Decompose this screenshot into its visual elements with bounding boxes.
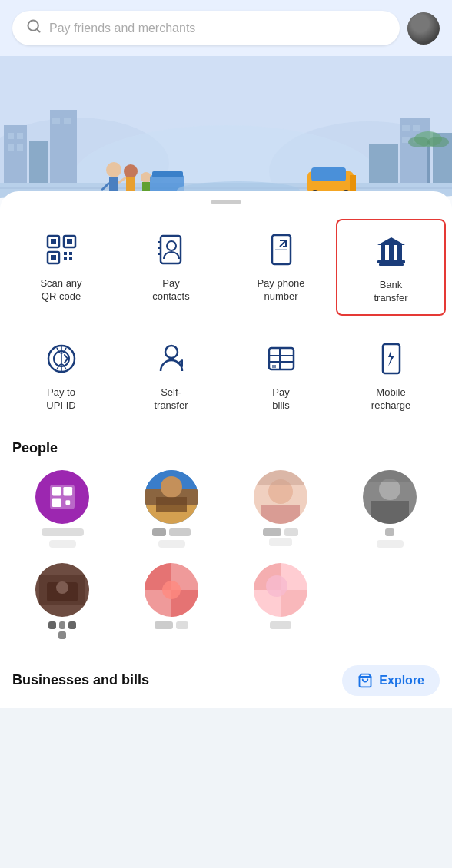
search-icon <box>26 18 42 38</box>
svg-rect-107 <box>281 590 307 617</box>
avatar[interactable] <box>407 12 440 45</box>
svg-point-72 <box>165 346 178 358</box>
svg-rect-9 <box>8 144 14 151</box>
person-item-8 <box>337 558 443 644</box>
svg-point-25 <box>427 137 449 147</box>
person-avatar-5 <box>35 563 89 617</box>
svg-rect-95 <box>371 501 409 524</box>
svg-rect-16 <box>402 125 410 131</box>
svg-marker-64 <box>377 237 405 245</box>
person-item-1[interactable] <box>9 465 115 552</box>
svg-rect-41 <box>311 167 346 181</box>
person-avatar-6 <box>145 563 198 617</box>
action-bank-transfer-label: Banktransfer <box>374 279 407 305</box>
svg-rect-69 <box>379 263 404 266</box>
explore-label: Explore <box>379 674 424 687</box>
svg-rect-77 <box>272 365 276 368</box>
person-item-2[interactable] <box>118 465 224 552</box>
svg-rect-88 <box>156 497 187 512</box>
search-placeholder-text: Pay friends and merchants <box>49 22 195 35</box>
search-bar[interactable]: Pay friends and merchants <box>12 11 400 45</box>
svg-point-100 <box>56 581 68 594</box>
person-avatar-1 <box>35 470 89 524</box>
explore-button[interactable]: Explore <box>342 665 440 696</box>
qr-icon <box>40 228 83 271</box>
bank-icon <box>370 230 413 273</box>
action-scan-qr[interactable]: Scan anyQR code <box>6 219 116 316</box>
person-item-4[interactable] <box>337 465 443 552</box>
person-name-bar2-1 <box>49 540 76 548</box>
action-scan-qr-label: Scan anyQR code <box>40 277 81 303</box>
svg-line-1 <box>37 29 40 32</box>
svg-rect-49 <box>67 239 72 244</box>
main-card: Scan anyQR code Paycontacts <box>0 191 452 708</box>
svg-rect-67 <box>397 245 402 260</box>
svg-rect-44 <box>350 175 356 192</box>
action-bank-transfer[interactable]: Banktransfer <box>336 219 446 316</box>
contacts-icon <box>150 228 193 271</box>
svg-rect-17 <box>413 125 420 131</box>
svg-rect-55 <box>69 257 72 260</box>
svg-line-62 <box>280 240 286 247</box>
action-pay-contacts-label: Paycontacts <box>152 277 189 303</box>
action-pay-phone[interactable]: Pay phonenumber <box>226 219 336 316</box>
card-handle <box>211 200 241 204</box>
person-avatar-3 <box>254 470 307 524</box>
svg-rect-53 <box>69 252 72 255</box>
svg-rect-65 <box>381 245 385 260</box>
svg-rect-52 <box>64 252 67 255</box>
actions-grid-row1: Scan anyQR code Paycontacts <box>0 219 452 328</box>
svg-rect-66 <box>389 245 394 260</box>
svg-rect-82 <box>65 500 70 505</box>
person-name-bar2-4 <box>377 540 404 548</box>
person-item-5[interactable] <box>9 558 115 644</box>
bills-icon <box>260 337 303 380</box>
action-pay-bills[interactable]: Paybills <box>226 328 336 422</box>
svg-point-32 <box>124 164 138 178</box>
svg-point-24 <box>408 137 430 147</box>
hero-banner <box>0 56 452 210</box>
svg-rect-96 <box>363 470 417 482</box>
action-pay-contacts[interactable]: Paycontacts <box>116 219 226 316</box>
header: Pay friends and merchants <box>0 0 452 56</box>
svg-point-28 <box>106 162 121 177</box>
svg-rect-68 <box>377 260 405 263</box>
action-mobile-recharge-label: Mobilerecharge <box>371 386 410 412</box>
action-pay-upi-label: Pay toUPI ID <box>46 386 75 412</box>
svg-point-104 <box>162 581 181 599</box>
people-grid-row2 <box>0 558 452 644</box>
mobile-recharge-icon <box>370 337 413 380</box>
person-name-bar2-2 <box>158 540 185 548</box>
svg-point-108 <box>266 575 287 597</box>
svg-rect-91 <box>261 505 300 524</box>
svg-rect-79 <box>52 486 61 495</box>
svg-rect-47 <box>51 239 56 244</box>
person-name-bar-1 <box>42 528 84 536</box>
svg-point-94 <box>379 479 400 500</box>
person-avatar-4 <box>363 470 417 524</box>
self-transfer-icon <box>150 337 193 380</box>
action-mobile-recharge[interactable]: Mobilerecharge <box>336 328 446 422</box>
person-item-7[interactable] <box>228 558 334 644</box>
person-avatar-7 <box>254 563 307 617</box>
svg-rect-29 <box>109 177 118 192</box>
businesses-title: Businesses and bills <box>12 672 149 688</box>
svg-rect-80 <box>63 486 72 495</box>
action-pay-bills-label: Paybills <box>272 386 289 412</box>
person-item-6[interactable] <box>118 558 224 644</box>
businesses-section: Businesses and bills Explore <box>0 653 452 708</box>
svg-point-34 <box>141 172 151 183</box>
person-avatar-2 <box>145 470 198 524</box>
people-grid-row1 <box>0 465 452 552</box>
svg-point-57 <box>167 241 176 250</box>
svg-rect-92 <box>254 470 307 485</box>
svg-rect-7 <box>8 133 14 139</box>
action-pay-phone-label: Pay phonenumber <box>257 277 304 303</box>
phone-pay-icon <box>260 228 303 271</box>
svg-rect-8 <box>17 133 23 139</box>
svg-rect-51 <box>51 255 56 260</box>
action-pay-upi[interactable]: Pay toUPI ID <box>6 328 116 422</box>
upi-icon <box>40 337 83 380</box>
person-item-3[interactable] <box>228 465 334 552</box>
action-self-transfer[interactable]: Self-transfer <box>116 328 226 422</box>
